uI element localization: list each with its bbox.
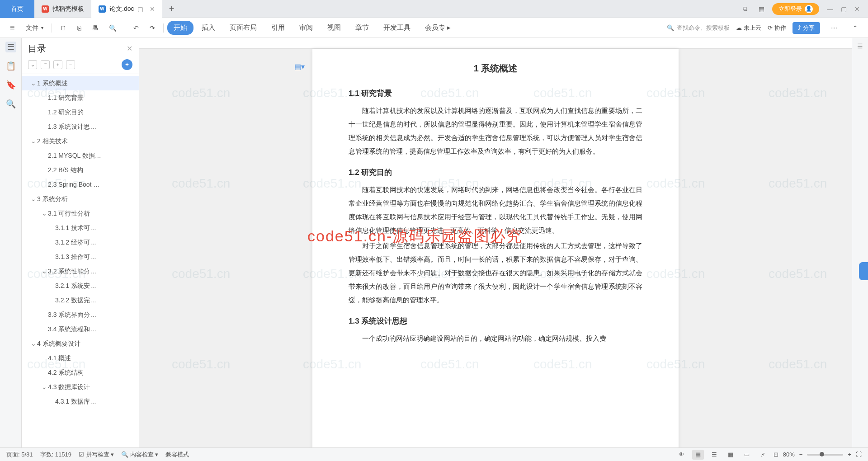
- outline-item[interactable]: 2.1 MYSQL 数据…: [22, 148, 139, 163]
- outline-view-icon[interactable]: ☰: [708, 450, 720, 460]
- collapse-all-icon[interactable]: ⌄: [28, 60, 37, 69]
- new-tab-button[interactable]: +: [162, 4, 180, 14]
- content-check[interactable]: 🔍 内容检查 ▾: [121, 451, 158, 459]
- outline-icon[interactable]: ☰: [5, 42, 16, 52]
- outline-item[interactable]: 3.4 系统流程和…: [22, 322, 139, 336]
- outline-item[interactable]: 1.2 研究目的: [22, 105, 139, 119]
- panel-toggle-icon[interactable]: ☰: [857, 42, 863, 50]
- outline-item[interactable]: 4.3.1 数据库…: [22, 394, 139, 409]
- zoom-out-icon[interactable]: −: [799, 451, 803, 458]
- save-as-icon[interactable]: ⎘: [73, 22, 85, 34]
- remove-heading-icon[interactable]: −: [66, 60, 75, 69]
- ribbon-reference[interactable]: 引用: [265, 21, 291, 35]
- outline-item[interactable]: 2.2 B/S 结构: [22, 163, 139, 177]
- collab-button[interactable]: ⟳ 协作: [768, 24, 786, 32]
- login-button[interactable]: 立即登录 👤: [772, 3, 819, 15]
- outline-item[interactable]: 2.3 Spring Boot …: [22, 177, 139, 192]
- menu-button[interactable]: ≡: [5, 20, 19, 35]
- fullscreen-icon[interactable]: ⛶: [856, 451, 862, 458]
- outline-item[interactable]: 3.2.1 系统安…: [22, 278, 139, 293]
- print-icon[interactable]: 🖶: [87, 22, 103, 34]
- minimize-tab-icon[interactable]: ▢: [137, 5, 143, 13]
- page-view-icon[interactable]: ▤: [692, 450, 704, 460]
- outline-item[interactable]: 1.3 系统设计思…: [22, 119, 139, 134]
- cloud-icon: ☁: [736, 24, 742, 31]
- chevron-up-icon[interactable]: ⌃: [848, 22, 863, 34]
- outline-item[interactable]: ⌄2 相关技术: [22, 134, 139, 148]
- bookmark-icon[interactable]: 🔖: [5, 80, 16, 90]
- close-icon[interactable]: ✕: [127, 44, 132, 53]
- window-maximize[interactable]: ▢: [838, 5, 849, 13]
- outline-item[interactable]: ⌄1 系统概述: [22, 76, 139, 90]
- outline-item[interactable]: 1.1 研究背景: [22, 90, 139, 105]
- tab-home[interactable]: 首页: [0, 0, 34, 18]
- preview-icon[interactable]: 🔍: [104, 22, 121, 34]
- add-heading-icon[interactable]: +: [53, 60, 62, 69]
- document-page[interactable]: ▤▾ 1 系统概述 1.1 研究背景随着计算机技术的发展以及计算机网络的逐渐普及…: [312, 49, 679, 447]
- split-view-icon[interactable]: ⫽: [757, 450, 769, 460]
- app-icon: W: [42, 5, 49, 13]
- outline-tree[interactable]: ⌄1 系统概述1.1 研究背景1.2 研究目的1.3 系统设计思…⌄2 相关技术…: [22, 74, 139, 447]
- reading-view-icon[interactable]: ▭: [741, 450, 753, 460]
- outline-item[interactable]: 3.1.2 经济可…: [22, 235, 139, 249]
- ribbon-view[interactable]: 视图: [321, 21, 347, 35]
- command-search[interactable]: 🔍 查找命令、搜索模板: [667, 24, 730, 32]
- zoom-slider[interactable]: [807, 454, 843, 456]
- focus-mode-icon[interactable]: 👁: [676, 450, 688, 460]
- outline-item[interactable]: 3.1.1 技术可…: [22, 221, 139, 235]
- window-close[interactable]: ✕: [852, 5, 863, 13]
- more-icon[interactable]: ⋯: [826, 22, 842, 34]
- ribbon-member[interactable]: 会员专 ▸: [419, 21, 457, 35]
- cloud-status[interactable]: ☁ 未上云: [736, 24, 761, 32]
- paragraph: 一个成功的网站应明确建设网站的目的，确定网站的功能，确定网站规模、投入费: [349, 332, 642, 345]
- page-options-icon[interactable]: ▤▾: [294, 62, 305, 71]
- outline-item[interactable]: ⌄3 系统分析: [22, 192, 139, 206]
- tab-template[interactable]: W 找稻壳模板: [34, 0, 91, 18]
- ai-icon[interactable]: ✦: [122, 59, 132, 70]
- close-tab-icon[interactable]: ✕: [150, 5, 155, 13]
- outline-item[interactable]: 3.1.3 操作可…: [22, 249, 139, 264]
- side-tab[interactable]: [859, 262, 868, 280]
- ribbon-insert[interactable]: 插入: [195, 21, 222, 35]
- expand-all-icon[interactable]: ⌃: [41, 60, 50, 69]
- clipboard-icon[interactable]: 📋: [5, 61, 16, 71]
- ribbon-start[interactable]: 开始: [167, 21, 193, 35]
- compat-mode[interactable]: 兼容模式: [165, 451, 189, 459]
- file-menu[interactable]: 文件▾: [21, 21, 48, 35]
- share-icon: ⤴: [798, 24, 801, 31]
- document-area[interactable]: ▤▾ 1 系统概述 1.1 研究背景随着计算机技术的发展以及计算机网络的逐渐普及…: [139, 38, 852, 447]
- share-button[interactable]: ⤴ 分享: [793, 22, 820, 34]
- outline-item[interactable]: ⌄4.3 数据库设计: [22, 380, 139, 394]
- ribbon-layout[interactable]: 页面布局: [223, 21, 263, 35]
- page-indicator[interactable]: 页面: 5/31: [6, 451, 33, 459]
- redo-icon[interactable]: ↷: [145, 22, 160, 34]
- heading-2: 1.1 研究背景: [349, 88, 642, 99]
- outline-item[interactable]: 3.3 系统界面分…: [22, 307, 139, 322]
- ruler[interactable]: [139, 38, 852, 49]
- ribbon-chapter[interactable]: 章节: [349, 21, 375, 35]
- ribbon-developer[interactable]: 开发工具: [377, 21, 417, 35]
- outline-panel: 目录 ✕ ⌄ ⌃ + − ✦ ⌄1 系统概述1.1 研究背景1.2 研究目的1.…: [22, 38, 139, 447]
- ribbon-review[interactable]: 审阅: [293, 21, 319, 35]
- apps-icon[interactable]: ▦: [756, 4, 767, 14]
- outline-item[interactable]: 3.2.2 数据完…: [22, 293, 139, 307]
- web-view-icon[interactable]: ▦: [725, 450, 736, 460]
- tabs-bar: 首页 W 找稻壳模板 W 论文.doc ▢ ✕ + ⧉ ▦ 立即登录 👤 — ▢…: [0, 0, 868, 18]
- outline-item[interactable]: ⌄4 系统概要设计: [22, 336, 139, 351]
- fit-width-icon[interactable]: ⊡: [774, 451, 778, 458]
- word-count[interactable]: 字数: 11519: [40, 451, 71, 459]
- outline-item[interactable]: 4.2 系统结构: [22, 365, 139, 380]
- outline-item[interactable]: 4.1 概述: [22, 351, 139, 365]
- window-minimize[interactable]: —: [825, 5, 835, 13]
- collab-icon: ⟳: [768, 24, 773, 31]
- save-icon[interactable]: 🗋: [56, 22, 71, 34]
- outline-item[interactable]: ⌄3.1 可行性分析: [22, 206, 139, 221]
- search-panel-icon[interactable]: 🔍: [5, 99, 16, 109]
- spell-check[interactable]: ☑ 拼写检查 ▾: [79, 451, 114, 459]
- outline-item[interactable]: ⌄3.2 系统性能分…: [22, 264, 139, 278]
- zoom-level[interactable]: 80%: [783, 451, 795, 458]
- undo-icon[interactable]: ↶: [129, 22, 143, 34]
- tab-document[interactable]: W 论文.doc ▢ ✕: [91, 0, 162, 18]
- layout-icon[interactable]: ⧉: [740, 4, 750, 14]
- zoom-in-icon[interactable]: +: [848, 451, 851, 458]
